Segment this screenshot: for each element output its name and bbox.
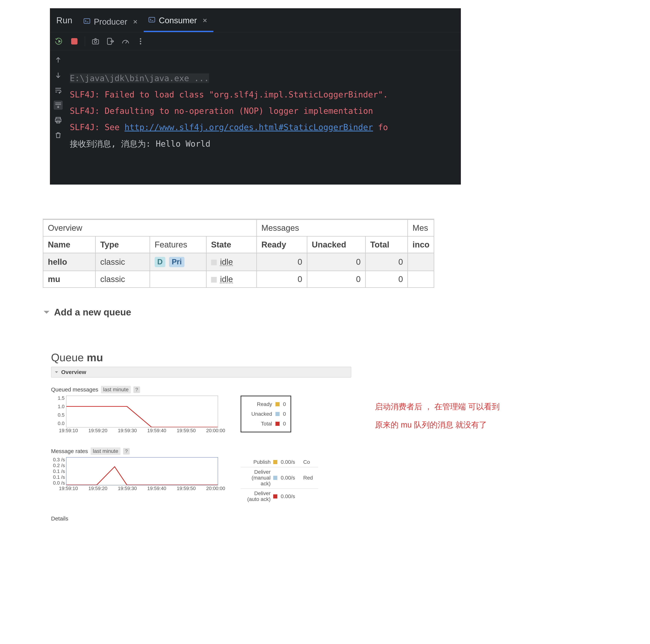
col-group-messages-trunc: Mes: [408, 220, 434, 236]
rerun-button[interactable]: [55, 37, 64, 46]
swatch-icon: [276, 412, 280, 416]
help-icon[interactable]: ?: [134, 386, 140, 393]
col-features[interactable]: Features: [150, 236, 207, 253]
col-unacked[interactable]: Unacked: [307, 236, 365, 253]
arrow-up-icon[interactable]: [54, 56, 63, 65]
range-pill[interactable]: last minute: [101, 386, 131, 393]
ide-toolbar: [50, 32, 461, 50]
cell-total: 0: [365, 253, 407, 271]
svg-point-4: [95, 40, 97, 43]
terminal-icon: [148, 16, 155, 25]
svg-rect-0: [84, 19, 90, 23]
overview-toggle[interactable]: Overview: [51, 367, 351, 378]
add-queue-label: Add a new queue: [54, 307, 131, 318]
console-line: SLF4J: See http://www.slf4j.org/codes.ht…: [70, 123, 388, 132]
cell-incoming: [408, 253, 434, 271]
table-row[interactable]: mu classic idle 0 0 0: [43, 271, 434, 287]
table-row[interactable]: hello classic D Pri idle 0 0 0: [43, 253, 434, 271]
chevron-down-icon: [43, 308, 50, 316]
queued-messages-header: Queued messages last minute ?: [51, 386, 351, 393]
camera-icon[interactable]: [91, 37, 100, 46]
queues-table-wrap: Overview Messages Mes Name Type Features…: [43, 219, 434, 288]
col-incoming[interactable]: inco: [408, 236, 434, 253]
svg-point-8: [140, 43, 141, 44]
x-axis: 19:59:10 19:59:20 19:59:30 19:59:40 19:5…: [59, 485, 225, 492]
cell-unacked: 0: [307, 253, 365, 271]
console-line: E:\java\jdk\bin\java.exe ...: [70, 73, 209, 83]
cell-features: [150, 271, 207, 287]
trash-icon[interactable]: [54, 131, 63, 140]
cell-incoming: [408, 271, 434, 287]
swatch-icon: [273, 494, 277, 499]
add-queue-toggle[interactable]: Add a new queue: [43, 307, 131, 318]
queue-detail: Queue mu Overview Queued messages last m…: [51, 351, 351, 522]
run-label: Run: [50, 15, 79, 32]
state-dot-icon: [211, 277, 217, 282]
cell-ready: 0: [257, 253, 307, 271]
y-axis: 1.5 1.0 0.5 0.0: [52, 395, 65, 427]
state-dot-icon: [211, 260, 217, 265]
col-name[interactable]: Name: [43, 236, 96, 253]
console-line: SLF4J: Failed to load class "org.slf4j.i…: [70, 90, 388, 99]
gauge-icon[interactable]: [121, 37, 130, 46]
page-title: Queue mu: [51, 351, 351, 364]
tab-label: Consumer: [159, 16, 197, 25]
tab-label: Producer: [94, 17, 128, 27]
more-icon[interactable]: [136, 37, 145, 46]
col-type[interactable]: Type: [96, 236, 150, 253]
console-line: 接收到消息, 消息为: Hello World: [70, 139, 210, 148]
badge-priority: Pri: [169, 257, 184, 267]
tab-consumer[interactable]: Consumer: [144, 10, 213, 32]
col-group-overview: Overview: [43, 220, 257, 236]
ide-tabbar: Run Producer Consumer: [50, 8, 461, 32]
queues-table: Overview Messages Mes Name Type Features…: [43, 219, 434, 288]
swatch-icon: [276, 402, 280, 406]
col-group-messages: Messages: [257, 220, 408, 236]
col-total[interactable]: Total: [365, 236, 407, 253]
soft-wrap-icon[interactable]: [54, 86, 63, 95]
console-output[interactable]: E:\java\jdk\bin\java.exe ... SLF4J: Fail…: [66, 50, 461, 168]
tab-producer[interactable]: Producer: [79, 12, 144, 32]
message-rates-chart: 0.3 /s 0.2 /s 0.1 /s 0.1 /s 0.0 /s 19:59…: [51, 457, 218, 485]
cell-ready: 0: [257, 271, 307, 287]
cell-total: 0: [365, 271, 407, 287]
x-axis: 19:59:10 19:59:20 19:59:30 19:59:40 19:5…: [59, 428, 225, 434]
chevron-down-icon: [55, 370, 59, 374]
cell-state: idle: [206, 253, 256, 271]
queued-messages-legend: Ready0 Unacked0 Total0: [241, 396, 291, 432]
scroll-to-end-icon[interactable]: [54, 101, 63, 110]
swatch-icon: [273, 460, 277, 464]
exit-icon[interactable]: [106, 37, 115, 46]
cell-name[interactable]: mu: [43, 271, 96, 287]
terminal-icon: [83, 17, 91, 27]
queued-messages-chart: 1.5 1.0 0.5 0.0 19:59:10 19:59:20 19:59:…: [51, 396, 218, 428]
svg-rect-1: [149, 17, 155, 22]
help-icon[interactable]: ?: [123, 448, 130, 454]
ide-run-panel: Run Producer Consumer: [50, 8, 461, 184]
cell-type: classic: [96, 253, 150, 271]
col-ready[interactable]: Ready: [257, 236, 307, 253]
cell-name[interactable]: hello: [43, 253, 96, 271]
close-icon[interactable]: [133, 19, 138, 25]
close-icon[interactable]: [202, 18, 208, 23]
arrow-down-icon[interactable]: [54, 71, 63, 79]
details-header[interactable]: Details: [51, 515, 351, 522]
print-icon[interactable]: [54, 116, 63, 125]
swatch-icon: [273, 476, 277, 480]
stop-button[interactable]: [70, 37, 79, 46]
separator: [85, 36, 85, 46]
cell-type: classic: [96, 271, 150, 287]
range-pill[interactable]: last minute: [91, 447, 120, 455]
slf4j-link[interactable]: http://www.slf4j.org/codes.html#StaticLo…: [124, 123, 373, 132]
svg-rect-10: [56, 119, 61, 122]
svg-rect-2: [71, 38, 77, 44]
svg-point-6: [140, 38, 141, 39]
svg-point-7: [140, 40, 141, 42]
cell-state: idle: [206, 271, 256, 287]
swatch-icon: [276, 422, 280, 426]
annotation-text: 启动消费者后 ， 在管理端 可以看到 原来的 mu 队列的消息 就没有了: [375, 398, 500, 434]
col-state[interactable]: State: [206, 236, 256, 253]
cell-unacked: 0: [307, 271, 365, 287]
ide-side-toolbar: [50, 50, 66, 168]
message-rates-legend: Publish0.00/sCo Deliver (manual ack)0.00…: [241, 457, 318, 504]
